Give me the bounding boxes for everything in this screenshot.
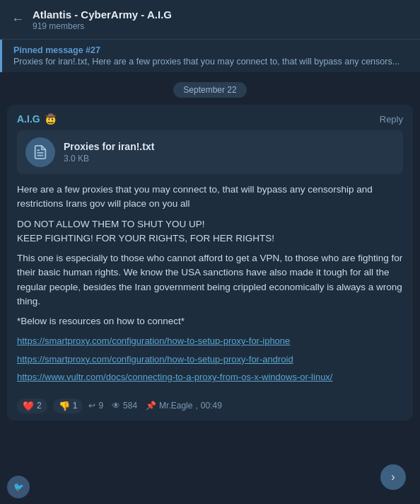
sender-emoji: 🤠 [45,113,57,125]
pinned-message-bar[interactable]: Pinned message #27 Proxies for iran!.txt… [0,40,420,72]
date-divider: September 22 [0,82,420,98]
link-3[interactable]: https://www.vultr.com/docs/connecting-to… [17,370,403,384]
heart-count: 2 [37,401,42,411]
message-card: A.I.G 🤠 Reply Proxies for iran!.txt 3.0 … [7,105,413,420]
reactions-row: ❤️ 2 👎 1 ↩ 9 👁 584 📌 Mr.Eagle, [17,399,222,413]
message-para-2: DO NOT ALLOW THEM TO SHUT YOU UP!KEEP FI… [17,217,403,246]
message-para-4: *Below is resources on how to connect* [17,314,403,328]
heart-emoji: ❤️ [23,401,34,411]
reaction-thumbsdown[interactable]: 👎 1 [53,399,83,413]
stats-row: ↩ 9 👁 584 📌 Mr.Eagle, 00:49 [88,401,221,411]
link-1[interactable]: https://smartproxy.com/configuration/how… [17,334,403,348]
pinned-preview: Proxies for iran!.txt, Here are a few pr… [13,57,399,67]
author-name: Mr.Eagle [159,401,192,411]
views-count: 584 [123,401,137,411]
pin-icon: 📌 [146,401,156,411]
sender-name: A.I.G [17,113,40,125]
date-badge: September 22 [173,82,246,98]
message-header: A.I.G 🤠 Reply [17,113,403,125]
views-stat: 👁 584 [112,401,137,411]
thumbsdown-count: 1 [73,401,78,411]
file-size: 3.0 KB [64,154,154,164]
replies-icon: ↩ [88,401,95,411]
file-name: Proxies for iran!.txt [64,141,154,152]
message-para-3: This one is especially to those who cann… [17,251,403,309]
replies-stat: ↩ 9 [88,401,103,411]
message-body: Here are a few proxies that you may conn… [17,183,403,384]
file-icon [25,137,55,167]
forward-icon: › [391,471,395,483]
message-time: 00:49 [201,401,222,411]
user-avatar: 🐦 [7,476,30,498]
channel-title: Atlantis - CyberArmy - A.I.G [33,8,172,21]
sender-row: A.I.G 🤠 [17,113,57,125]
author-stat: 📌 Mr.Eagle, 00:49 [146,401,222,411]
channel-info: Atlantis - CyberArmy - A.I.G 919 members [33,8,172,31]
file-attachment[interactable]: Proxies for iran!.txt 3.0 KB [17,130,403,174]
file-info: Proxies for iran!.txt 3.0 KB [64,141,154,164]
chat-header: ← Atlantis - CyberArmy - A.I.G 919 membe… [0,0,420,40]
reply-button[interactable]: Reply [380,114,403,125]
replies-count: 9 [98,401,103,411]
message-bottom-bar: ❤️ 2 👎 1 ↩ 9 👁 584 📌 Mr.Eagle, [17,393,403,413]
views-icon: 👁 [112,401,120,411]
avatar-circle: 🐦 [7,476,30,498]
thumbsdown-emoji: 👎 [59,401,70,411]
member-count: 919 members [33,21,172,31]
pinned-label: Pinned message #27 [13,45,409,55]
back-button[interactable]: ← [11,12,24,27]
forward-button[interactable]: › [380,464,406,490]
reaction-heart[interactable]: ❤️ 2 [17,399,47,413]
avatar-emoji: 🐦 [13,482,24,492]
link-2[interactable]: https://smartproxy.com/configuration/how… [17,353,403,367]
message-para-1: Here are a few proxies that you may conn… [17,183,403,212]
